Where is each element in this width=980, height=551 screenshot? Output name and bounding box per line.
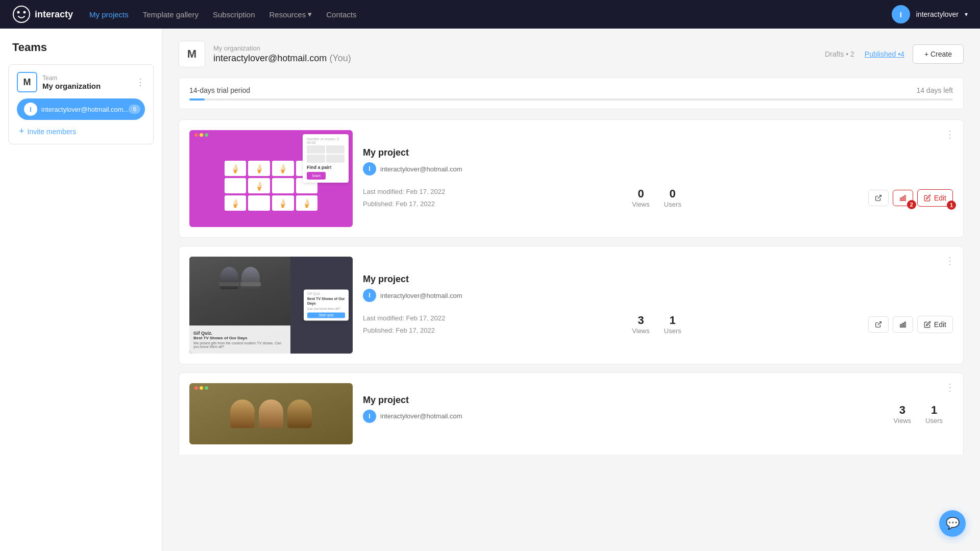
- project-title-1: My project: [363, 147, 953, 158]
- stats-btn-wrapper-1: 2: [893, 190, 913, 206]
- main-content: M My organization interactylover@hotmail…: [162, 29, 980, 551]
- svg-rect-4: [900, 198, 901, 201]
- edit-badge-1: 1: [947, 201, 956, 210]
- project-more-icon-3[interactable]: ⋮: [945, 381, 955, 393]
- svg-rect-5: [902, 196, 903, 201]
- logo-text: interacty: [35, 9, 73, 20]
- project-dates-1: Last modified: Feb 17, 2022 Published: F…: [363, 186, 445, 210]
- nav-my-projects[interactable]: My projects: [89, 10, 129, 19]
- author-email-2: interactylover@hotmail.com: [380, 292, 462, 299]
- users-stat-2: 1 Users: [664, 314, 681, 335]
- nav-template-gallery[interactable]: Template gallery: [143, 10, 199, 19]
- dot-green-3: [205, 386, 208, 390]
- project-title-3: My project: [363, 395, 884, 406]
- user-member-row[interactable]: I interactylover@hotmail.com... 6: [17, 98, 145, 120]
- team-name: My organization: [42, 82, 101, 90]
- create-button[interactable]: + Create: [913, 44, 964, 64]
- nav-resources[interactable]: Resources ▾: [270, 10, 312, 19]
- user-member-left: I interactylover@hotmail.com...: [24, 103, 129, 116]
- navbar: interacty My projects Template gallery S…: [0, 0, 980, 29]
- gif-quiz-subtitle: Best TV Shows of Our Days: [193, 336, 286, 340]
- project-card-1: ⋮ 🍦 🍦 🍦 🍦 🍦: [179, 119, 964, 238]
- project-title-2: My project: [363, 274, 953, 285]
- team-header: M Team My organization ⋮: [17, 72, 145, 92]
- user-menu-chevron[interactable]: ▾: [965, 11, 968, 18]
- team-more-icon[interactable]: ⋮: [136, 77, 145, 88]
- team-info: M Team My organization: [17, 72, 101, 92]
- chart-bar-icon-2: [899, 321, 906, 328]
- thumb-pink-bg: 🍦 🍦 🍦 🍦 🍦 🍦 🍦 🍦 Number: [189, 130, 353, 227]
- team-label: Team: [42, 74, 101, 82]
- dot-yellow: [200, 133, 203, 137]
- project-author-2: I interactylover@hotmail.com: [363, 289, 953, 302]
- org-avatar: M: [179, 41, 205, 67]
- views-stat-1: 0 Views: [632, 187, 649, 208]
- gif-quiz-desc: We picked gifs from the coolest modern T…: [193, 341, 286, 348]
- project-stats-3: 3 Views 1 Users: [894, 404, 953, 424]
- stats-button-2[interactable]: [893, 316, 913, 333]
- author-avatar-2: I: [363, 289, 376, 302]
- member-count-badge: 6: [129, 105, 140, 114]
- logo-icon: [12, 5, 31, 23]
- org-email: interactylover@hotmail.com (You): [213, 53, 817, 64]
- org-info: My organization interactylover@hotmail.c…: [213, 44, 817, 64]
- gif-quiz-title: Gif Quiz.: [193, 331, 286, 336]
- chat-button[interactable]: 💬: [939, 510, 966, 537]
- nav-right: I interactylover ▾: [892, 5, 968, 23]
- author-email-1: interactylover@hotmail.com: [380, 165, 462, 173]
- project-stats-1: 0 Views 0 Users: [632, 187, 681, 208]
- project-more-icon-1[interactable]: ⋮: [945, 128, 955, 140]
- logo[interactable]: interacty: [12, 5, 73, 23]
- project-more-icon-2[interactable]: ⋮: [945, 255, 955, 267]
- project-info-3: My project I interactylover@hotmail.com: [363, 395, 884, 433]
- project-actions-2: Edit: [868, 316, 953, 333]
- svg-rect-9: [902, 323, 903, 327]
- overlay-start-quiz-btn[interactable]: Start quiz: [307, 313, 345, 318]
- users-stat-1: 0 Users: [664, 187, 681, 208]
- trial-progress-bar: [189, 98, 953, 101]
- external-link-icon-2: [875, 321, 882, 328]
- you-label: (You): [329, 53, 351, 63]
- user-avatar-sm: I: [24, 103, 37, 116]
- preview-button-2[interactable]: [868, 316, 889, 333]
- team-text: Team My organization: [42, 74, 101, 90]
- project-card-2: ⋮ Gif Quiz. Best TV Shows of Our: [179, 246, 964, 364]
- sidebar-title: Teams: [8, 41, 154, 54]
- team-avatar: M: [17, 72, 37, 92]
- thumb-warrior-overlay: Gif Quiz Best TV Shows of Our Days Can y…: [304, 289, 349, 320]
- overlay-start-btn[interactable]: Start: [307, 172, 326, 180]
- author-avatar-3: I: [363, 410, 376, 423]
- svg-point-1: [17, 11, 20, 14]
- stats-badge-1: 2: [907, 200, 916, 209]
- project-info-1: My project I interactylover@hotmail.com …: [363, 147, 953, 210]
- thumb-dots: [194, 133, 208, 137]
- published-link[interactable]: Published •4: [865, 50, 904, 58]
- author-avatar-1: I: [363, 162, 376, 176]
- drafts-label: Drafts • 2: [825, 50, 854, 58]
- chevron-down-icon: ▾: [308, 10, 312, 19]
- svg-rect-8: [900, 324, 901, 327]
- svg-point-0: [13, 6, 30, 22]
- pencil-icon: [924, 194, 931, 202]
- org-header: M My organization interactylover@hotmail…: [179, 41, 964, 67]
- project-thumbnail-3: [189, 383, 353, 444]
- team-card: M Team My organization ⋮ I interactylove…: [8, 64, 154, 144]
- project-author-1: I interactylover@hotmail.com: [363, 162, 953, 176]
- preview-button-1[interactable]: [868, 190, 889, 206]
- edit-button-2[interactable]: Edit: [917, 316, 953, 333]
- svg-line-7: [878, 321, 881, 324]
- trial-label: 14-days trial period: [189, 86, 250, 94]
- nav-contacts[interactable]: Contacts: [326, 10, 356, 19]
- author-email-3: interactylover@hotmail.com: [380, 412, 462, 420]
- trial-days-left: 14 days left: [916, 86, 953, 94]
- project-card-3: ⋮ My project: [179, 372, 964, 455]
- dot-green: [205, 133, 208, 137]
- invite-members-link[interactable]: + Invite members: [17, 126, 145, 137]
- external-link-icon: [875, 194, 882, 202]
- project-thumbnail-1: 🍦 🍦 🍦 🍦 🍦 🍦 🍦 🍦 Number: [189, 130, 353, 227]
- trial-bar: 14-days trial period 14 days left: [179, 78, 964, 109]
- thumb-overlay: Number of moves: 0 00:00 Find a pair! St…: [303, 134, 349, 183]
- views-stat-2: 3 Views: [632, 314, 649, 335]
- dot-red: [194, 133, 198, 137]
- nav-subscription[interactable]: Subscription: [213, 10, 255, 19]
